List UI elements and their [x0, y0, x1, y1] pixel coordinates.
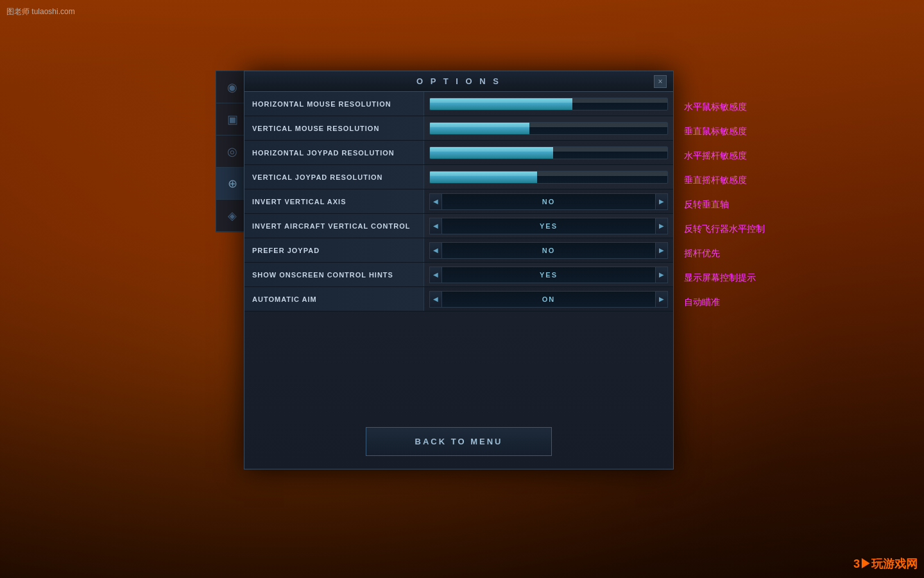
- options-dialog: O P T I O N S × HORIZONTAL MOUSE RESOLUT…: [244, 71, 674, 469]
- toggle-right-arrow-prefer-joypad[interactable]: ▶: [655, 242, 668, 259]
- toggle-invert-aircraft: ◀ YES ▶: [429, 218, 668, 234]
- toggle-value-automatic-aim: ON: [442, 291, 655, 308]
- control-horizontal-mouse[interactable]: [424, 92, 673, 116]
- toggle-value-onscreen-hints: YES: [442, 267, 655, 283]
- annotation-2: 水平摇杆敏感度: [679, 144, 765, 168]
- setting-row-vertical-joypad: VERTICAL JOYPAD RESOLUTION: [244, 165, 673, 189]
- setting-row-horizontal-joypad: HORIZONTAL JOYPAD RESOLUTION: [244, 141, 673, 165]
- slider-vertical-joypad[interactable]: [429, 171, 668, 184]
- toggle-left-arrow-onscreen-hints[interactable]: ◀: [429, 267, 442, 283]
- toggle-prefer-joypad: ◀ NO ▶: [429, 242, 668, 259]
- toggle-left-arrow-invert-aircraft[interactable]: ◀: [429, 218, 442, 234]
- setting-row-invert-vertical-axis: INVERT VERTICAL AXIS ◀ NO ▶: [244, 189, 673, 214]
- slider-highlight-2: [430, 123, 667, 127]
- control-invert-aircraft: ◀ YES ▶: [424, 214, 673, 238]
- annotation-5: 反转飞行器水平控制: [679, 217, 765, 241]
- annotation-6: 摇杆优先: [679, 241, 765, 266]
- toggle-onscreen-hints: ◀ YES ▶: [429, 267, 668, 283]
- label-invert-vertical-axis: INVERT VERTICAL AXIS: [244, 189, 424, 213]
- toggle-right-arrow-invert-aircraft[interactable]: ▶: [655, 218, 668, 234]
- dialog-title: O P T I O N S: [416, 76, 501, 86]
- label-vertical-mouse: VERTICAL MOUSE RESOLUTION: [244, 116, 424, 140]
- toggle-value-invert-vertical: NO: [442, 193, 655, 210]
- control-onscreen-hints: ◀ YES ▶: [424, 263, 673, 286]
- close-button[interactable]: ×: [654, 75, 667, 88]
- label-automatic-aim: AUTOMATIC AIM: [244, 287, 424, 311]
- control-vertical-mouse[interactable]: [424, 116, 673, 140]
- toggle-left-arrow-automatic-aim[interactable]: ◀: [429, 291, 442, 308]
- annotation-1: 垂直鼠标敏感度: [679, 119, 765, 144]
- left-icon-panel: ◉ ▣ ◎ ⊕ ◈: [216, 71, 248, 232]
- slider-horizontal-mouse[interactable]: [429, 98, 668, 110]
- control-invert-vertical-axis: ◀ NO ▶: [424, 189, 673, 213]
- label-horizontal-joypad: HORIZONTAL JOYPAD RESOLUTION: [244, 141, 424, 164]
- annotation-3: 垂直摇杆敏感度: [679, 168, 765, 193]
- back-to-menu-button[interactable]: BACK TO MENU: [366, 427, 552, 456]
- label-horizontal-mouse: HORIZONTAL MOUSE RESOLUTION: [244, 92, 424, 116]
- setting-row-onscreen-hints: SHOW ONSCREEN CONTROL HINTS ◀ YES ▶: [244, 263, 673, 287]
- control-automatic-aim: ◀ ON ▶: [424, 287, 673, 311]
- setting-row-invert-aircraft: INVERT AIRCRAFT VERTICAL CONTROL ◀ YES ▶: [244, 214, 673, 238]
- dialog-body: HORIZONTAL MOUSE RESOLUTION VERTICAL MOU…: [244, 92, 673, 469]
- slider-horizontal-joypad[interactable]: [429, 146, 668, 159]
- slider-highlight-4: [430, 171, 667, 176]
- annotation-8: 自动瞄准: [679, 290, 765, 315]
- annotation-7: 显示屏幕控制提示: [679, 266, 765, 290]
- toggle-value-prefer-joypad: NO: [442, 242, 655, 259]
- label-invert-aircraft: INVERT AIRCRAFT VERTICAL CONTROL: [244, 214, 424, 238]
- toggle-right-arrow-invert-vertical[interactable]: ▶: [655, 193, 668, 210]
- toggle-value-invert-aircraft: YES: [442, 218, 655, 234]
- dialog-footer: BACK TO MENU: [244, 414, 673, 469]
- label-onscreen-hints: SHOW ONSCREEN CONTROL HINTS: [244, 263, 424, 286]
- annotation-4: 反转垂直轴: [679, 193, 765, 217]
- setting-row-vertical-mouse: VERTICAL MOUSE RESOLUTION: [244, 116, 673, 141]
- label-vertical-joypad: VERTICAL JOYPAD RESOLUTION: [244, 165, 424, 189]
- label-prefer-joypad: PREFER JOYPAD: [244, 238, 424, 262]
- dialog-title-bar: O P T I O N S ×: [244, 71, 673, 92]
- toggle-invert-vertical-axis: ◀ NO ▶: [429, 193, 668, 210]
- control-horizontal-joypad[interactable]: [424, 141, 673, 164]
- setting-row-automatic-aim: AUTOMATIC AIM ◀ ON ▶: [244, 287, 673, 311]
- bottom-logo: 3▶玩游戏网: [853, 556, 918, 572]
- toggle-left-arrow-prefer-joypad[interactable]: ◀: [429, 242, 442, 259]
- setting-row-horizontal-mouse: HORIZONTAL MOUSE RESOLUTION: [244, 92, 673, 116]
- toggle-left-arrow-invert-vertical[interactable]: ◀: [429, 193, 442, 210]
- control-prefer-joypad: ◀ NO ▶: [424, 238, 673, 262]
- annotation-0: 水平鼠标敏感度: [679, 95, 765, 119]
- slider-highlight: [430, 98, 667, 103]
- control-vertical-joypad[interactable]: [424, 165, 673, 189]
- slider-vertical-mouse[interactable]: [429, 122, 668, 135]
- annotations-panel: 水平鼠标敏感度 垂直鼠标敏感度 水平摇杆敏感度 垂直摇杆敏感度 反转垂直轴 反转…: [679, 95, 765, 315]
- setting-row-prefer-joypad: PREFER JOYPAD ◀ NO ▶: [244, 238, 673, 263]
- toggle-right-arrow-onscreen-hints[interactable]: ▶: [655, 267, 668, 283]
- toggle-automatic-aim: ◀ ON ▶: [429, 291, 668, 308]
- toggle-right-arrow-automatic-aim[interactable]: ▶: [655, 291, 668, 308]
- watermark: 图老师 tulaoshi.com: [6, 6, 75, 17]
- slider-highlight-3: [430, 147, 667, 152]
